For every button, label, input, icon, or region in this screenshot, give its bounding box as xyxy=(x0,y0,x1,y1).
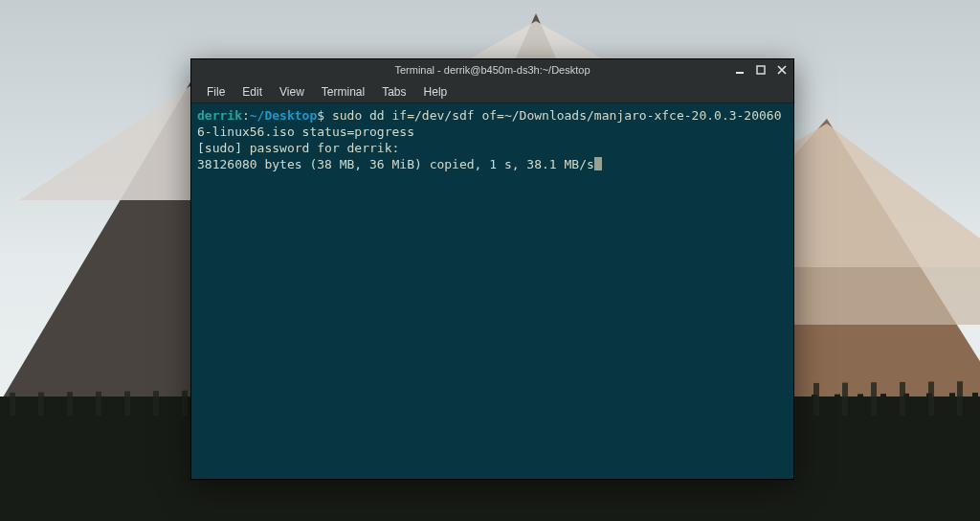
menu-tabs[interactable]: Tabs xyxy=(374,83,413,101)
menu-view[interactable]: View xyxy=(272,83,312,101)
prompt-user: derrik xyxy=(197,108,242,123)
window-controls xyxy=(732,59,790,80)
terminal-output-area[interactable]: derrik:~/Desktop$ sudo dd if=/dev/sdf of… xyxy=(191,103,793,479)
menu-file[interactable]: File xyxy=(199,83,233,101)
prompt-path: ~/Desktop xyxy=(250,108,317,123)
menu-terminal[interactable]: Terminal xyxy=(314,83,372,101)
svg-rect-1 xyxy=(757,66,765,74)
minimize-button[interactable] xyxy=(732,62,747,78)
maximize-button[interactable] xyxy=(753,62,768,78)
terminal-line: 38126080 bytes (38 MB, 36 MiB) copied, 1… xyxy=(197,157,594,171)
menubar: File Edit View Terminal Tabs Help xyxy=(191,80,793,103)
svg-rect-0 xyxy=(736,72,744,74)
window-title: Terminal - derrik@b450m-ds3h:~/Desktop xyxy=(394,64,590,76)
window-titlebar[interactable]: Terminal - derrik@b450m-ds3h:~/Desktop xyxy=(191,59,793,80)
menu-edit[interactable]: Edit xyxy=(234,83,270,101)
terminal-line: [sudo] password for derrik: xyxy=(197,141,399,155)
prompt-dollar: $ xyxy=(317,108,324,123)
terminal-window: Terminal - derrik@b450m-ds3h:~/Desktop F… xyxy=(190,58,794,480)
close-button[interactable] xyxy=(774,62,790,78)
text-cursor xyxy=(594,157,602,170)
menu-help[interactable]: Help xyxy=(416,83,456,101)
prompt-colon: : xyxy=(242,108,250,123)
